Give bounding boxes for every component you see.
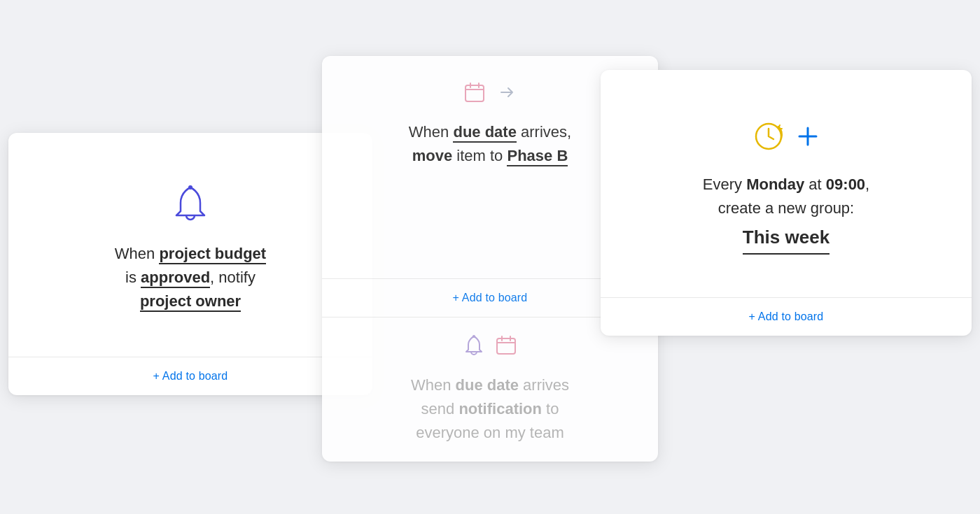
card-notify-body: When project budget is approved, notify … <box>8 133 372 357</box>
card-recurring-icons <box>752 120 820 153</box>
card-notify-bottom-text: When due date arrives send notification … <box>411 373 569 445</box>
card-move-bottom: When due date arrives send notification … <box>322 317 658 462</box>
cards-container: When project budget is approved, notify … <box>0 0 980 514</box>
card-notify-footer: + Add to board <box>8 357 372 395</box>
card-move-text: When due date arrives, move item to Phas… <box>409 120 571 168</box>
bell-pink-icon <box>463 334 484 357</box>
svg-point-5 <box>472 335 475 338</box>
svg-rect-1 <box>465 85 484 101</box>
card-recurring-text: Every Monday at 09:00, create a new grou… <box>703 173 869 254</box>
card-recurring-footer: + Add to board <box>601 297 972 336</box>
card-recurring-body: Every Monday at 09:00, create a new grou… <box>601 70 972 297</box>
clock-refresh-icon <box>752 120 785 153</box>
arrow-right-icon <box>497 83 517 102</box>
add-to-board-button-left[interactable]: + Add to board <box>153 370 228 383</box>
card-recurring: Every Monday at 09:00, create a new grou… <box>601 70 972 336</box>
card-move-bottom-icons <box>463 334 517 357</box>
card-notify: When project budget is approved, notify … <box>8 133 372 395</box>
card-notify-text: When project budget is approved, notify … <box>115 242 266 313</box>
calendar-pink-icon <box>463 81 486 103</box>
svg-rect-6 <box>497 338 515 354</box>
add-to-board-button-right[interactable]: + Add to board <box>749 310 824 323</box>
add-to-board-button-middle[interactable]: + Add to board <box>453 292 528 304</box>
bell-icon <box>171 183 210 225</box>
card-move-icons <box>463 81 517 103</box>
this-week-label: This week <box>743 223 830 254</box>
svg-point-0 <box>188 185 192 190</box>
plus-blue-icon <box>795 124 820 149</box>
calendar-pink2-icon <box>496 335 517 356</box>
